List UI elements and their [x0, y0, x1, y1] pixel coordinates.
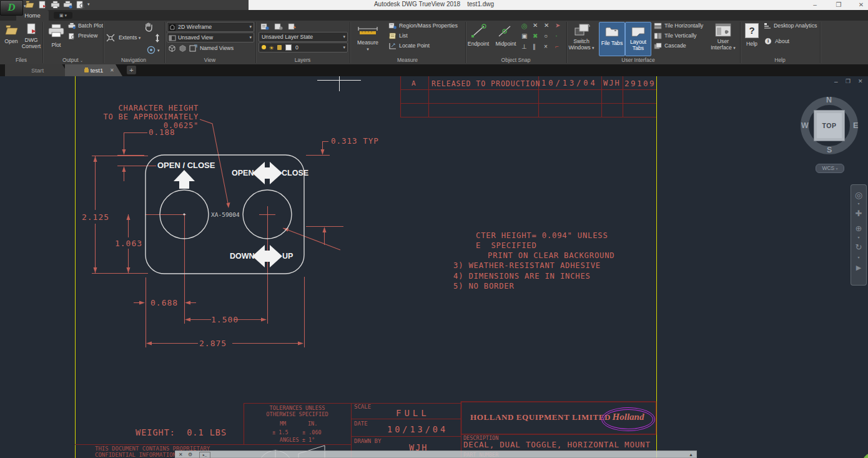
orbit-icon[interactable]: ↻	[851, 242, 866, 252]
snap-nearest-icon[interactable]: ○	[544, 32, 548, 39]
snap-intersection-icon[interactable]: ✖	[533, 32, 538, 39]
application-menu-button[interactable]: D	[0, 0, 23, 16]
chevron-down-icon[interactable]: ▾	[343, 32, 345, 41]
panel-view-label[interactable]: View	[164, 56, 255, 64]
locate-point-button[interactable]: Locate Point	[399, 41, 430, 51]
panel-measure-label[interactable]: Measure	[350, 56, 465, 64]
viewcube-west[interactable]: W	[801, 121, 809, 130]
panel-object-snap-label[interactable]: Object Snap	[465, 56, 566, 64]
layer-freeze-icon[interactable]	[288, 22, 297, 30]
panel-output-label[interactable]: Output ⌄	[42, 56, 103, 64]
panel-help-label[interactable]: Help	[740, 56, 820, 64]
open-icon[interactable]	[25, 1, 36, 9]
close-button[interactable]: ✕	[853, 0, 868, 9]
chevron-down-icon[interactable]: ▾	[249, 33, 252, 42]
switch-windows-button[interactable]: Switch Windows ▾	[566, 38, 596, 51]
plot-icon[interactable]	[50, 1, 61, 9]
layer-unlock-icon[interactable]	[277, 45, 282, 50]
viewcube-wcs-menu[interactable]: WCS ▿	[816, 164, 844, 173]
tab-test1[interactable]: test1 ✕	[65, 64, 122, 76]
snap-node-icon[interactable]: ✕	[533, 22, 538, 29]
open-button[interactable]: Open	[0, 38, 22, 44]
snap-center-icon[interactable]: ◎	[521, 22, 528, 30]
viewcube-top-face[interactable]: TOP	[814, 110, 845, 141]
zoom-icon[interactable]: ⊕	[851, 224, 866, 233]
chevron-down-icon[interactable]: ▾	[733, 46, 736, 50]
plot-preview-icon[interactable]	[75, 1, 86, 9]
pan-hand-icon[interactable]: ✚	[851, 209, 866, 218]
file-tabs-button[interactable]: File Tabs	[599, 22, 625, 56]
tile-horizontally-button[interactable]: Tile Horizontally	[664, 21, 703, 31]
desktop-analytics-button[interactable]: Desktop Analytics	[774, 21, 817, 31]
chevron-down-icon[interactable]: ▾	[851, 201, 866, 206]
chevron-down-icon[interactable]: ▾	[367, 47, 369, 51]
pan-vertical-icon[interactable]	[154, 34, 160, 42]
panel-user-interface-label[interactable]: User Interface	[566, 56, 710, 64]
qat-customize-icon[interactable]: ▾	[87, 2, 90, 7]
drawing-window-close-button[interactable]: ✕	[858, 78, 863, 84]
viewcube-south[interactable]: S	[827, 146, 832, 154]
viewcube-east[interactable]: E	[853, 121, 858, 130]
snap-perpendicular-icon[interactable]: ⊥	[521, 43, 527, 50]
batch-plot-icon[interactable]	[62, 1, 73, 9]
cascade-button[interactable]: Cascade	[664, 41, 686, 51]
plot-button[interactable]: Plot	[44, 42, 69, 48]
current-layer-dropdown[interactable]: ☀ 0▾	[259, 42, 348, 52]
dwg-convert-button[interactable]: DWG Convert	[21, 37, 41, 49]
showmotion-icon[interactable]: ▶	[851, 264, 866, 272]
preview-button[interactable]: Preview	[78, 31, 97, 41]
snap-parallel-icon[interactable]: ∥	[533, 43, 536, 50]
chevron-down-icon[interactable]: ▾	[851, 235, 866, 239]
shaded-cube-icon[interactable]	[179, 44, 187, 52]
region-mass-properties-button[interactable]: Region/Mass Properties	[399, 21, 458, 31]
navigation-bar[interactable]: ◎ ▾ ✚ ⊕ ▾ ↻ ▾ ▶	[851, 184, 867, 286]
named-views-button[interactable]: Named Views	[200, 44, 234, 53]
snap-insertion-icon[interactable]: ➤	[555, 22, 560, 29]
layout-tabs-button[interactable]: Layout Tabs	[625, 22, 651, 56]
snap-point-icon[interactable]: ·	[555, 31, 558, 40]
command-line-customize-icon[interactable]: ⚙	[188, 451, 192, 458]
new-tab-button[interactable]: +	[127, 66, 136, 74]
about-button[interactable]: About	[775, 37, 789, 46]
viewcube-north[interactable]: N	[826, 96, 832, 104]
maximize-button[interactable]: ❐	[831, 0, 847, 9]
endpoint-button[interactable]: Endpoint	[465, 41, 491, 47]
midpoint-button[interactable]: Midpoint	[493, 41, 519, 47]
chevron-down-icon[interactable]: ▾	[592, 46, 594, 50]
layer-properties-icon[interactable]	[260, 22, 269, 30]
chevron-down-icon[interactable]: ▾	[343, 43, 345, 52]
command-prompt-icon[interactable]: ▸_	[199, 452, 210, 458]
snap-geometric-center-icon[interactable]: ▣	[521, 32, 527, 39]
chevron-down-icon[interactable]: ▾	[851, 255, 866, 259]
measure-button[interactable]: Measure▾	[352, 39, 383, 52]
application-menu-caret-icon[interactable]: ▾	[24, 4, 26, 9]
snap-apparent-intersection-icon[interactable]: ×	[544, 43, 548, 50]
batch-plot-button[interactable]: Batch Plot	[78, 21, 103, 31]
snap-quadrant-icon[interactable]: ✕	[544, 22, 549, 29]
view-state-dropdown[interactable]: Unsaved View▾	[167, 32, 254, 42]
drawing-window-restore-button[interactable]: ❐	[846, 78, 851, 84]
dwg-convert-icon[interactable]	[37, 1, 48, 9]
list-button[interactable]: List	[399, 31, 408, 41]
panel-expand-icon[interactable]: ⌄	[80, 59, 83, 62]
panel-files-label[interactable]: Files	[0, 56, 42, 64]
panel-navigation-label[interactable]: Navigation	[103, 56, 164, 64]
command-line-close-icon[interactable]: ✕	[179, 451, 183, 458]
chevron-down-icon[interactable]: ▾	[249, 22, 252, 31]
layer-isolate-icon[interactable]	[274, 22, 283, 30]
command-history-up-icon[interactable]: ▲	[689, 451, 693, 458]
user-interface-button[interactable]: User Interface ▾	[709, 38, 737, 51]
steering-wheel-icon[interactable]	[147, 46, 155, 54]
layer-state-dropdown[interactable]: Unsaved Layer State▾	[259, 32, 348, 42]
tile-vertically-button[interactable]: Tile Vertically	[664, 31, 697, 41]
command-line-bar[interactable]: ✕ ⚙ ▸_ ▲	[175, 451, 697, 458]
pan-hand-icon[interactable]	[144, 22, 153, 32]
visual-style-dropdown[interactable]: 2D Wireframe▾	[167, 22, 254, 32]
full-navigation-wheel-icon[interactable]: ◎	[851, 190, 866, 200]
chevron-down-icon[interactable]: ▾	[139, 36, 141, 40]
snap-extension-icon[interactable]: ⌐	[555, 43, 559, 50]
layer-on-bulb-icon[interactable]	[262, 45, 266, 49]
minimize-button[interactable]: –	[807, 0, 823, 9]
tab-close-icon[interactable]: ✕	[110, 64, 114, 76]
tab-start[interactable]: Start	[5, 64, 70, 76]
